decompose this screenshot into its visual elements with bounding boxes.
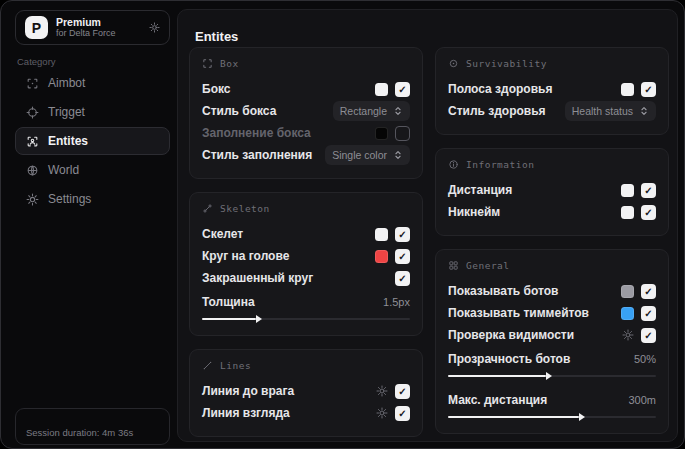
chevron-up-down-icon (393, 150, 403, 160)
thickness-slider[interactable] (202, 315, 410, 323)
opacity-slider[interactable] (448, 372, 656, 380)
panel-header-label: Skeleton (220, 203, 270, 214)
checkbox[interactable] (641, 284, 656, 299)
page-title: Entites (195, 29, 238, 44)
panel-information: Information Дистанция Никнейм (435, 148, 669, 236)
sidebar-item-label: Aimbot (48, 76, 85, 90)
checkbox[interactable] (395, 227, 410, 242)
setting-label: Показывать ботов (448, 284, 621, 298)
setting-label: Толщина (202, 295, 383, 309)
setting-label: Линия взгляда (202, 406, 376, 420)
setting-label: Полоса здоровья (448, 82, 621, 96)
chevron-up-down-icon (393, 106, 403, 116)
sidebar-item-settings[interactable]: Settings (15, 185, 170, 213)
color-swatch[interactable] (375, 127, 388, 140)
gear-icon[interactable] (376, 407, 388, 419)
sidebar-item-label: Settings (48, 192, 91, 206)
sidebar-item-label: World (48, 163, 79, 177)
setting-label: Стиль заполнения (202, 148, 325, 162)
health-style-select[interactable]: Health status (565, 101, 656, 121)
target-icon (26, 106, 39, 119)
checkbox[interactable] (395, 271, 410, 286)
slider-value: 300m (628, 394, 656, 406)
color-swatch[interactable] (375, 250, 388, 263)
checkbox[interactable] (641, 205, 656, 220)
gear-icon (26, 193, 39, 206)
color-swatch[interactable] (621, 307, 634, 320)
setting-row: Полоса здоровья (448, 78, 656, 100)
session-duration: Session duration: 4m 36s (26, 427, 133, 438)
sidebar-item-label: Trigget (48, 105, 85, 119)
checkbox[interactable] (395, 384, 410, 399)
panel-header-label: Survivability (466, 58, 547, 69)
crosshair-icon (26, 77, 39, 90)
sidebar-item-world[interactable]: World (15, 156, 170, 184)
setting-label: Бокс (202, 82, 375, 96)
panel-header-label: Box (220, 58, 239, 69)
setting-row: Круг на голове (202, 245, 410, 267)
checkbox[interactable] (641, 82, 656, 97)
distance-slider[interactable] (448, 413, 656, 421)
select-value: Health status (572, 105, 633, 117)
panel-header-label: Information (466, 159, 534, 170)
color-swatch[interactable] (621, 285, 634, 298)
app-window: P Premium for Delta Force Category Aimbo… (0, 0, 685, 449)
chevron-up-down-icon (639, 106, 649, 116)
brand-card: P Premium for Delta Force (15, 10, 170, 45)
color-swatch[interactable] (621, 206, 634, 219)
panel-header-label: Lines (220, 360, 251, 371)
checkbox[interactable] (395, 406, 410, 421)
brand-logo: P (25, 16, 48, 39)
setting-row: Заполнение бокса (202, 122, 410, 144)
sidebar-item-trigget[interactable]: Trigget (15, 98, 170, 126)
sidebar-item-aimbot[interactable]: Aimbot (15, 69, 170, 97)
select-value: Single color (332, 149, 387, 161)
setting-label: Заполнение бокса (202, 126, 375, 140)
setting-row: Стиль заполнения Single color (202, 144, 410, 166)
globe-icon (26, 164, 39, 177)
fill-style-select[interactable]: Single color (325, 145, 410, 165)
setting-label: Проверка видимости (448, 328, 622, 342)
main-panel: Entites Box Бокс Стиль бокса (177, 9, 678, 442)
checkbox[interactable] (395, 82, 410, 97)
gear-icon[interactable] (376, 385, 388, 397)
person-scan-icon (26, 135, 39, 148)
setting-row: Закрашенный круг (202, 267, 410, 289)
box-style-select[interactable]: Rectangle (333, 101, 410, 121)
color-swatch[interactable] (375, 83, 388, 96)
setting-label: Стиль бокса (202, 104, 333, 118)
setting-row: Линия взгляда (202, 402, 410, 424)
panel-box: Box Бокс Стиль бокса Rectangle (189, 47, 423, 179)
select-value: Rectangle (340, 105, 387, 117)
line-icon (202, 360, 213, 371)
gear-icon[interactable] (622, 329, 634, 341)
setting-row: Бокс (202, 78, 410, 100)
checkbox[interactable] (641, 183, 656, 198)
category-label: Category (17, 56, 56, 67)
color-swatch[interactable] (621, 184, 634, 197)
checkbox[interactable] (641, 306, 656, 321)
setting-row: Показывать ботов (448, 280, 656, 302)
gear-icon[interactable] (149, 22, 160, 33)
sidebar-item-entites[interactable]: Entites (15, 127, 170, 155)
color-swatch[interactable] (621, 83, 634, 96)
setting-label: Показывать тиммейтов (448, 306, 621, 320)
checkbox[interactable] (395, 126, 410, 141)
setting-label: Прозрачность ботов (448, 352, 634, 366)
setting-row: Проверка видимости (448, 324, 656, 346)
setting-row: Линия до врага (202, 380, 410, 402)
setting-label: Закрашенный круг (202, 271, 395, 285)
setting-label: Дистанция (448, 183, 621, 197)
setting-row: Скелет (202, 223, 410, 245)
checkbox[interactable] (641, 328, 656, 343)
opacity-slider-group: Прозрачность ботов 50% (448, 349, 656, 380)
slider-value: 50% (634, 353, 656, 365)
setting-label: Линия до врага (202, 384, 376, 398)
setting-row: Никнейм (448, 201, 656, 223)
session-card: Session duration: 4m 36s (15, 408, 170, 445)
brand-subtitle: for Delta Force (56, 28, 141, 38)
panel-general: General Показывать ботов Показывать тимм… (435, 249, 669, 434)
panel-lines: Lines Линия до врага Линия взгляда (189, 349, 423, 437)
color-swatch[interactable] (375, 228, 388, 241)
checkbox[interactable] (395, 249, 410, 264)
